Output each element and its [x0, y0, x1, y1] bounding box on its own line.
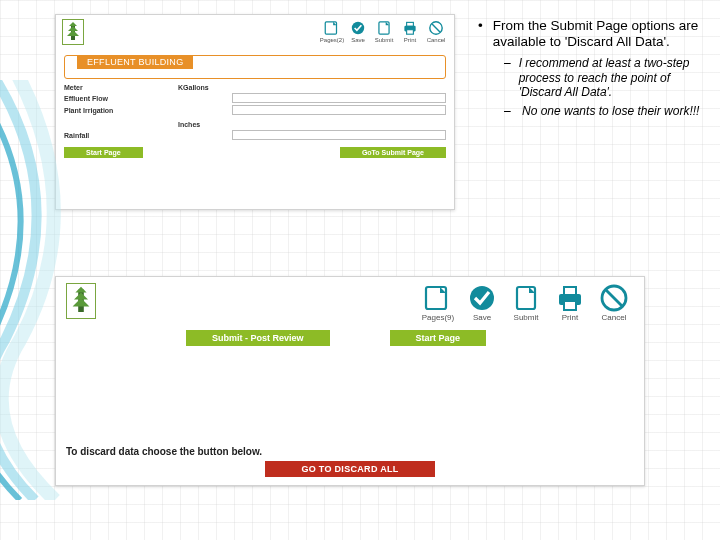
print-button[interactable]: Print [398, 19, 422, 43]
svg-rect-5 [407, 22, 414, 26]
note-sub-1: I recommend at least a two-step process … [519, 56, 710, 99]
note-sub-2: No one wants to lose their work!!! [522, 104, 699, 118]
cancel-icon [426, 19, 446, 37]
svg-line-17 [606, 290, 622, 306]
submit-label: Submit [375, 37, 394, 43]
pages-button[interactable]: Pages(9) [418, 283, 458, 322]
save-check-icon [464, 283, 500, 313]
save-button[interactable]: Save [462, 283, 502, 322]
submit-doc-icon [508, 283, 544, 313]
field-label-rainfall: Rainfall [64, 132, 174, 139]
print-label: Print [562, 313, 578, 322]
unit-label-kgallons: KGallons [178, 84, 228, 91]
submit-button[interactable]: Submit [506, 283, 546, 322]
slide-notes: • From the Submit Page options are avail… [478, 18, 710, 122]
submit-label: Submit [514, 313, 539, 322]
rainfall-input[interactable] [232, 130, 446, 140]
svg-rect-14 [564, 287, 576, 295]
field-label-plant-irrigation: Plant Irrigation [64, 107, 174, 114]
submit-doc-icon [374, 19, 394, 37]
pages-button[interactable]: Pages(2) [320, 19, 344, 43]
save-button[interactable]: Save [346, 19, 370, 43]
field-label-meter: Meter [64, 84, 174, 91]
dash-2: – [504, 104, 514, 118]
note-main: From the Submit Page options are availab… [493, 18, 710, 50]
goto-submit-button[interactable]: GoTo Submit Page [340, 147, 446, 158]
plant-irrigation-input[interactable] [232, 105, 446, 115]
save-label: Save [473, 313, 491, 322]
dash-1: – [504, 56, 511, 99]
start-page-button[interactable]: Start Page [64, 147, 143, 158]
section-header-box: EFFLUENT BUILDING [64, 55, 446, 79]
screenshot-effluent-form: Pages(2) Save Submit Print Cancel EFFLUE… [55, 14, 455, 210]
unit-label-inches: Inches [178, 121, 228, 128]
top-toolbar: Pages(2) Save Submit Print Cancel [320, 19, 448, 43]
pages-icon [322, 19, 342, 37]
start-page-button[interactable]: Start Page [390, 330, 487, 346]
printer-icon [400, 19, 420, 37]
bullet-dot: • [478, 18, 483, 50]
bottom-toolbar: Pages(9) Save Submit Print Cancel [418, 283, 634, 322]
print-label: Print [404, 37, 416, 43]
printer-icon [552, 283, 588, 313]
submit-post-review-button[interactable]: Submit - Post Review [186, 330, 330, 346]
save-label: Save [351, 37, 365, 43]
effluent-flow-input[interactable] [232, 93, 446, 103]
screenshot-submit-page: Pages(9) Save Submit Print Cancel Submit… [55, 276, 645, 486]
field-label-effluent-flow: Effluent Flow [64, 95, 174, 102]
pages-icon [420, 283, 456, 313]
pages-label: Pages(2) [320, 37, 344, 43]
pages-label: Pages(9) [422, 313, 454, 322]
submit-button[interactable]: Submit [372, 19, 396, 43]
cancel-label: Cancel [602, 313, 627, 322]
print-button[interactable]: Print [550, 283, 590, 322]
cancel-icon [596, 283, 632, 313]
svg-rect-3 [379, 22, 389, 34]
app-logo [66, 283, 96, 319]
svg-rect-15 [564, 301, 576, 310]
save-check-icon [348, 19, 368, 37]
cancel-button[interactable]: Cancel [594, 283, 634, 322]
svg-point-11 [470, 286, 494, 310]
section-header-label: EFFLUENT BUILDING [77, 55, 193, 69]
cancel-button[interactable]: Cancel [424, 19, 448, 43]
svg-line-8 [432, 24, 440, 32]
app-logo [62, 19, 84, 45]
cancel-label: Cancel [427, 37, 446, 43]
svg-rect-6 [407, 30, 414, 35]
go-to-discard-all-button[interactable]: GO TO DISCARD ALL [265, 461, 434, 477]
discard-instruction-text: To discard data choose the button below. [66, 446, 262, 457]
